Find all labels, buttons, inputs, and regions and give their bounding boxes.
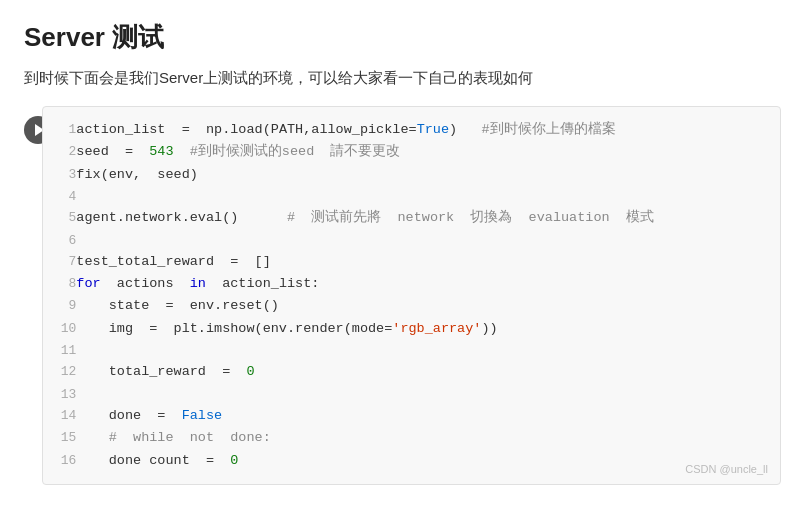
- line-number: 4: [43, 186, 76, 207]
- line-number: 5: [43, 207, 76, 229]
- line-number: 10: [43, 318, 76, 340]
- line-number: 8: [43, 273, 76, 295]
- line-number: 6: [43, 230, 76, 251]
- table-row: 4: [43, 186, 764, 207]
- code-table: 1action_list = np.load(PATH,allow_pickle…: [43, 119, 764, 472]
- code-line-content: for actions in action_list:: [76, 273, 764, 295]
- table-row: 5agent.network.eval() # 测试前先將 network 切換…: [43, 207, 764, 229]
- line-number: 14: [43, 405, 76, 427]
- table-row: 1action_list = np.load(PATH,allow_pickle…: [43, 119, 764, 141]
- watermark: CSDN @uncle_ll: [685, 460, 768, 478]
- table-row: 8for actions in action_list:: [43, 273, 764, 295]
- code-line-content: action_list = np.load(PATH,allow_pickle=…: [76, 119, 764, 141]
- code-line-content: # while not done:: [76, 427, 764, 449]
- code-line-content: [76, 340, 764, 361]
- line-number: 1: [43, 119, 76, 141]
- line-number: 2: [43, 141, 76, 163]
- subtitle: 到时候下面会是我们Server上测试的环境，可以给大家看一下自己的表现如何: [24, 69, 781, 88]
- code-line-content: seed = 543 #到时候测试的seed 請不要更改: [76, 141, 764, 163]
- line-number: 15: [43, 427, 76, 449]
- code-line-content: [76, 384, 764, 405]
- line-number: 9: [43, 295, 76, 317]
- table-row: 14 done = False: [43, 405, 764, 427]
- code-line-content: total_reward = 0: [76, 361, 764, 383]
- code-line-content: done = False: [76, 405, 764, 427]
- line-number: 3: [43, 164, 76, 186]
- table-row: 3fix(env, seed): [43, 164, 764, 186]
- code-line-content: [76, 230, 764, 251]
- table-row: 12 total_reward = 0: [43, 361, 764, 383]
- table-row: 13: [43, 384, 764, 405]
- line-number: 12: [43, 361, 76, 383]
- table-row: 15 # while not done:: [43, 427, 764, 449]
- code-line-content: state = env.reset(): [76, 295, 764, 317]
- page-title: Server 测试: [24, 20, 781, 55]
- table-row: 11: [43, 340, 764, 361]
- table-row: 10 img = plt.imshow(env.render(mode='rgb…: [43, 318, 764, 340]
- code-line-content: agent.network.eval() # 测试前先將 network 切換為…: [76, 207, 764, 229]
- table-row: 16 done count = 0: [43, 450, 764, 472]
- table-row: 9 state = env.reset(): [43, 295, 764, 317]
- line-number: 13: [43, 384, 76, 405]
- table-row: 6: [43, 230, 764, 251]
- table-row: 2seed = 543 #到时候测试的seed 請不要更改: [43, 141, 764, 163]
- code-line-content: fix(env, seed): [76, 164, 764, 186]
- code-line-content: done count = 0: [76, 450, 764, 472]
- line-number: 16: [43, 450, 76, 472]
- code-line-content: [76, 186, 764, 207]
- table-row: 7test_total_reward = []: [43, 251, 764, 273]
- line-number: 11: [43, 340, 76, 361]
- code-line-content: img = plt.imshow(env.render(mode='rgb_ar…: [76, 318, 764, 340]
- code-line-content: test_total_reward = []: [76, 251, 764, 273]
- line-number: 7: [43, 251, 76, 273]
- code-block: 1action_list = np.load(PATH,allow_pickle…: [42, 106, 781, 485]
